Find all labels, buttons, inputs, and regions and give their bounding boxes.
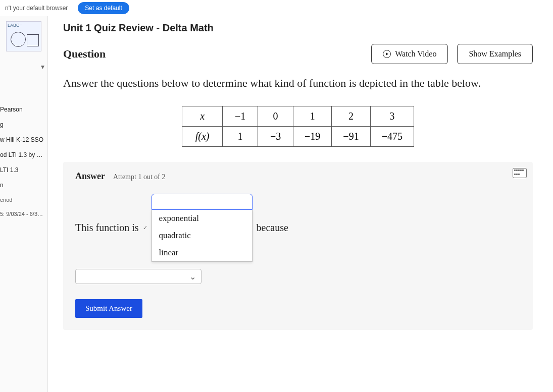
main-content: Unit 1 Quiz Review - Delta Math Question… xyxy=(48,16,553,392)
option-linear[interactable]: linear xyxy=(152,244,252,261)
sidebar-period-label: eriod xyxy=(0,193,47,207)
set-default-button[interactable]: Set as default xyxy=(78,2,129,14)
question-heading: Question xyxy=(63,47,106,61)
cell: −91 xyxy=(332,127,370,147)
assignment-thumbnail[interactable]: LABC= xyxy=(6,21,41,51)
table-row: x −1 0 1 2 3 xyxy=(182,106,414,127)
row2-label: f(x) xyxy=(182,127,223,147)
cell: −3 xyxy=(258,127,293,147)
sidebar-item-g[interactable]: g xyxy=(0,117,47,132)
show-examples-button[interactable]: Show Examples xyxy=(457,44,533,64)
sidebar-item-hill[interactable]: w Hill K-12 SSO xyxy=(0,132,47,147)
sidebar-item-lti13[interactable]: LTI 1.3 xyxy=(0,162,47,178)
table-row: f(x) 1 −3 −19 −91 −475 xyxy=(182,127,414,147)
play-icon xyxy=(383,50,391,58)
function-type-select[interactable] xyxy=(152,194,253,210)
check-icon: ✓ xyxy=(143,225,147,231)
reason-select[interactable]: ⌄ xyxy=(75,269,202,284)
browser-notice: n't your default browser xyxy=(5,5,68,12)
option-exponential[interactable]: exponential xyxy=(152,210,252,227)
cell: 1 xyxy=(223,127,258,147)
option-quadratic[interactable]: quadratic xyxy=(152,227,252,244)
cell: 0 xyxy=(258,106,293,127)
answer-block: Answer Attempt 1 out of 2 This function … xyxy=(63,162,533,330)
sentence-prefix: This function is xyxy=(75,222,139,234)
cell: −19 xyxy=(293,127,332,147)
submit-answer-button[interactable]: Submit Answer xyxy=(75,299,142,318)
function-type-options: exponential quadratic linear xyxy=(152,210,253,262)
chevron-down-icon: ⌄ xyxy=(189,272,196,282)
function-table: x −1 0 1 2 3 f(x) 1 −3 −19 −91 −475 xyxy=(182,106,414,147)
cell: 1 xyxy=(293,106,332,127)
attempt-text: Attempt 1 out of 2 xyxy=(113,173,165,181)
question-prompt: Answer the questions below to determine … xyxy=(63,74,533,92)
page-title: Unit 1 Quiz Review - Delta Math xyxy=(63,22,533,34)
sidebar-item-pearson[interactable]: Pearson xyxy=(0,102,47,117)
sidebar-item-lti-near[interactable]: od LTI 1.3 by Near... xyxy=(0,147,47,162)
keyboard-icon[interactable] xyxy=(513,168,527,178)
sidebar-dropdown-toggle[interactable]: ▾ xyxy=(0,62,47,72)
sidebar: LABC= ▾ Pearson g w Hill K-12 SSO od LTI… xyxy=(0,16,48,392)
sidebar-period-dates: 5: 9/03/24 - 6/30/25 xyxy=(0,207,47,221)
answer-label: Answer xyxy=(75,171,105,182)
watch-video-button[interactable]: Watch Video xyxy=(371,44,448,64)
cell: 2 xyxy=(332,106,370,127)
sidebar-item-n[interactable]: n xyxy=(0,178,47,193)
sentence-suffix: because xyxy=(257,222,288,234)
cell: −475 xyxy=(370,127,414,147)
cell: 3 xyxy=(370,106,414,127)
row1-label: x xyxy=(182,106,223,127)
cell: −1 xyxy=(223,106,258,127)
